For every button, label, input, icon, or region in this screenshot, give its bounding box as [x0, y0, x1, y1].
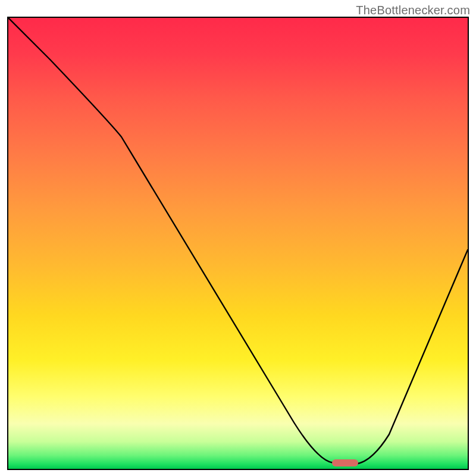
chart-frame	[7, 17, 469, 470]
bottleneck-curve-svg	[8, 18, 468, 469]
watermark-text: TheBottlenecker.com	[356, 4, 470, 17]
bottleneck-curve-path	[8, 18, 468, 464]
optimal-zone-marker	[332, 459, 358, 466]
